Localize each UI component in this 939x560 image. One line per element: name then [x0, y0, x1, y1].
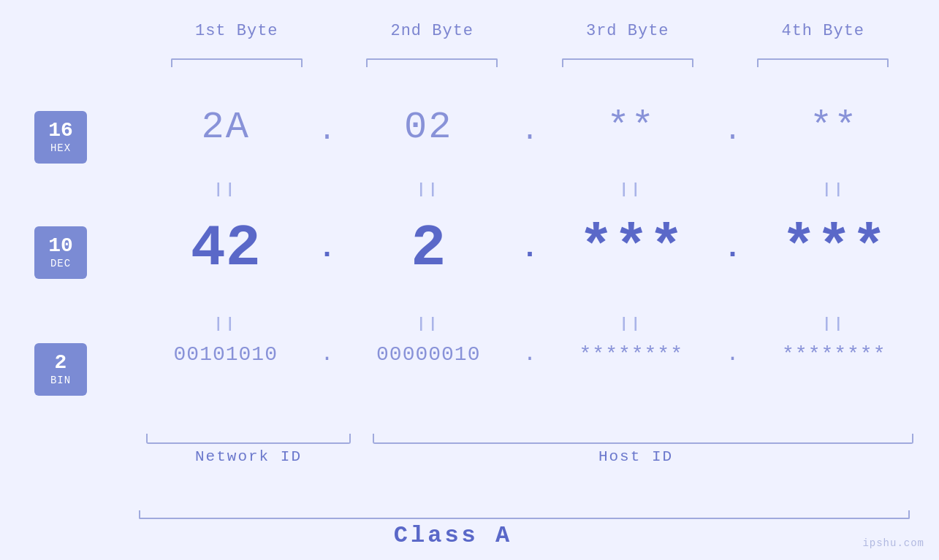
- dec-dot-2: .: [515, 232, 544, 265]
- dec-val-2: 2: [342, 215, 516, 282]
- bin-val-4: ********: [748, 343, 921, 366]
- hex-dot-1: .: [313, 115, 342, 147]
- dec-badge-num: 10: [48, 236, 73, 256]
- eq-hd-3: ||: [544, 181, 718, 198]
- bin-dot-1: .: [313, 342, 342, 367]
- bracket-2: [335, 58, 531, 67]
- hex-dot-2: .: [515, 115, 544, 147]
- host-bracket: [373, 434, 913, 444]
- watermark: ipshu.com: [862, 537, 924, 549]
- bin-badge-label: BIN: [50, 375, 71, 386]
- eq-hd-4: ||: [748, 181, 921, 198]
- network-id-label: Network ID: [139, 448, 358, 465]
- class-bracket: [139, 510, 910, 519]
- main-container: 1st Byte 2nd Byte 3rd Byte 4th Byte 16 H…: [0, 0, 939, 560]
- dec-values-row: 42 . 2 . *** . ***: [139, 215, 921, 282]
- hex-val-2: 02: [342, 106, 516, 149]
- eq-dec-bin-row: || || || ||: [139, 315, 921, 332]
- hex-badge-num: 16: [48, 120, 73, 141]
- bin-badge: 2 BIN: [34, 343, 87, 396]
- bin-dot-2: .: [515, 342, 544, 367]
- eq-hex-dec-row: || || || ||: [139, 181, 921, 198]
- bottom-brackets: [139, 434, 913, 444]
- bin-val-2: 00000010: [342, 343, 516, 366]
- byte-headers-row: 1st Byte 2nd Byte 3rd Byte 4th Byte: [139, 22, 921, 40]
- dec-val-1: 42: [139, 215, 313, 282]
- dec-val-3: ***: [544, 215, 718, 282]
- hex-val-1: 2A: [139, 106, 313, 149]
- eq-db-3: ||: [544, 315, 718, 332]
- bracket-4: [726, 58, 921, 67]
- bin-values-row: 00101010 . 00000010 . ******** . *******…: [139, 342, 921, 367]
- top-brackets: [139, 58, 921, 67]
- hex-badge: 16 HEX: [34, 111, 87, 164]
- hex-val-3: **: [544, 106, 718, 149]
- network-bracket: [146, 434, 351, 444]
- bin-val-3: ********: [544, 343, 718, 366]
- eq-db-4: ||: [748, 315, 921, 332]
- bin-dot-3: .: [718, 342, 748, 367]
- class-a-label: Class A: [0, 522, 906, 549]
- dec-dot-3: .: [718, 232, 748, 265]
- bracket-3: [530, 58, 726, 67]
- bin-badge-num: 2: [55, 353, 67, 373]
- dec-badge: 10 DEC: [34, 226, 87, 279]
- bottom-section: Network ID Host ID: [139, 434, 913, 465]
- bin-val-1: 00101010: [139, 343, 313, 366]
- bracket-1: [139, 58, 335, 67]
- hex-badge-label: HEX: [50, 142, 71, 154]
- bottom-labels: Network ID Host ID: [139, 448, 913, 465]
- byte2-header: 2nd Byte: [335, 22, 531, 40]
- dec-val-4: ***: [748, 215, 921, 282]
- hex-dot-3: .: [718, 115, 748, 147]
- byte4-header: 4th Byte: [726, 22, 921, 40]
- byte3-header: 3rd Byte: [530, 22, 726, 40]
- eq-hd-2: ||: [342, 181, 516, 198]
- eq-db-1: ||: [139, 315, 313, 332]
- byte1-header: 1st Byte: [139, 22, 335, 40]
- dec-dot-1: .: [313, 232, 342, 265]
- host-id-label: Host ID: [358, 448, 913, 465]
- dec-badge-label: DEC: [50, 258, 71, 269]
- eq-hd-1: ||: [139, 181, 313, 198]
- hex-val-4: **: [748, 106, 921, 149]
- eq-db-2: ||: [342, 315, 516, 332]
- hex-values-row: 2A . 02 . ** . **: [139, 106, 921, 149]
